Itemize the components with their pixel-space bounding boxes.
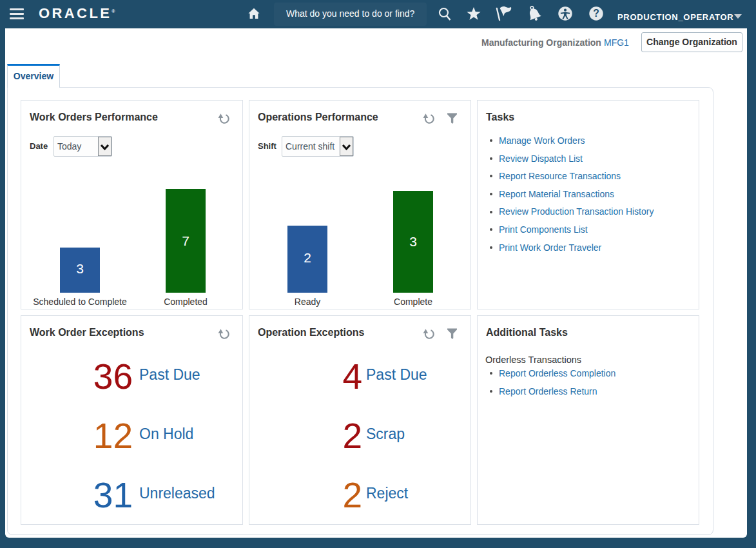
svg-text:?: ?	[593, 8, 599, 19]
